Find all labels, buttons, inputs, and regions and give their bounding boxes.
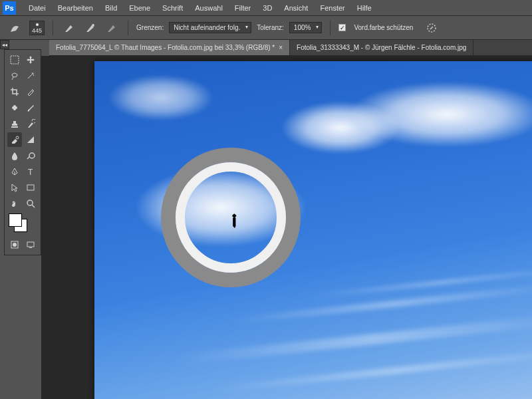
menu-auswahl[interactable]: Auswahl (189, 2, 229, 14)
magic-wand-tool[interactable] (23, 68, 38, 83)
app-logo: Ps (3, 1, 16, 15)
menu-datei[interactable]: Datei (23, 2, 52, 14)
dodge-tool[interactable] (23, 148, 38, 163)
limits-dropdown[interactable]: Nicht aufeinander folg. (169, 22, 251, 33)
zoom-tool[interactable] (23, 196, 38, 211)
pressure-icon[interactable] (424, 20, 440, 36)
tab-label: Fotolia_31333343_M - © Jürgen Fälchle - … (297, 44, 466, 51)
svg-point-13 (13, 243, 17, 247)
path-select-tool[interactable] (7, 180, 22, 195)
marquee-tool[interactable] (7, 53, 22, 67)
eyedropper-tool[interactable] (23, 84, 38, 99)
menu-bearbeiten[interactable]: Bearbeiten (52, 2, 99, 14)
crop-tool[interactable] (7, 84, 22, 99)
svg-rect-10 (27, 185, 34, 190)
svg-rect-14 (27, 242, 34, 247)
menu-fenster[interactable]: Fenster (314, 2, 350, 14)
color-swatches[interactable] (7, 213, 38, 236)
lasso-tool[interactable] (7, 68, 22, 83)
shape-tool[interactable] (23, 180, 38, 195)
svg-rect-4 (13, 105, 16, 110)
brush-var3-icon[interactable] (104, 20, 120, 36)
menu-ebene[interactable]: Ebene (123, 2, 156, 14)
svg-point-8 (29, 153, 35, 158)
tab-active[interactable]: Fotolia_7775064_L © Thaut Images - Fotol… (49, 40, 290, 55)
menubar: Ps Datei Bearbeiten Bild Ebene Schrift A… (0, 0, 532, 16)
brush-preset[interactable]: 445 (29, 21, 45, 35)
divider (330, 21, 331, 35)
quickmask-icon[interactable] (7, 237, 22, 252)
menu-schrift[interactable]: Schrift (156, 2, 189, 14)
limits-label: Grenzen: (136, 24, 164, 31)
tool-preset-icon[interactable] (8, 20, 24, 36)
brush-var1-icon[interactable] (61, 20, 77, 36)
svg-rect-15 (29, 247, 32, 248)
pen-tool[interactable] (7, 164, 22, 179)
document-tabbar: Fotolia_7775064_L © Thaut Images - Fotol… (49, 40, 532, 56)
svg-point-11 (27, 200, 33, 205)
healing-tool[interactable] (7, 100, 22, 115)
brush-tool[interactable] (23, 100, 38, 115)
brush-dot-icon (36, 23, 39, 26)
menu-hilfe[interactable]: Hilfe (351, 2, 378, 14)
svg-rect-2 (11, 56, 19, 64)
protect-fg-label: Vord.farbe schützen (354, 24, 413, 31)
type-tool[interactable]: T (23, 164, 38, 179)
brush-size-value: 445 (32, 27, 42, 34)
protect-fg-checkbox[interactable]: ✓ (338, 24, 346, 31)
menu-bild[interactable]: Bild (99, 2, 123, 14)
fg-color-swatch[interactable] (9, 213, 22, 227)
canvas-area (41, 56, 532, 399)
tab-label: Fotolia_7775064_L © Thaut Images - Fotol… (56, 44, 275, 51)
document-canvas[interactable] (94, 61, 532, 399)
screenmode-icon[interactable] (23, 237, 38, 252)
menu-3d[interactable]: 3D (257, 2, 278, 14)
move-tool[interactable] (23, 53, 38, 67)
svg-point-5 (16, 136, 19, 139)
tolerance-dropdown[interactable]: 100% (289, 22, 323, 33)
svg-rect-16 (232, 213, 237, 218)
hand-tool[interactable] (7, 196, 22, 211)
tab-inactive[interactable]: Fotolia_31333343_M - © Jürgen Fälchle - … (290, 40, 473, 55)
stamp-tool[interactable] (7, 116, 22, 131)
brush-var2-icon[interactable] (82, 20, 98, 36)
svg-text:T: T (28, 168, 33, 176)
divider (53, 21, 53, 35)
divider (128, 21, 128, 35)
history-brush-tool[interactable] (23, 116, 38, 131)
toolbox: T (4, 49, 41, 255)
blur-tool[interactable] (7, 148, 22, 163)
svg-point-0 (92, 24, 94, 27)
menu-filter[interactable]: Filter (229, 2, 257, 14)
gradient-tool[interactable] (23, 132, 38, 147)
options-bar: 445 Grenzen: Nicht aufeinander folg. Tol… (0, 16, 532, 40)
menu-ansicht[interactable]: Ansicht (278, 2, 314, 14)
tolerance-label: Toleranz: (257, 24, 284, 31)
close-icon[interactable]: × (279, 44, 283, 51)
background-eraser-tool[interactable] (7, 132, 22, 147)
